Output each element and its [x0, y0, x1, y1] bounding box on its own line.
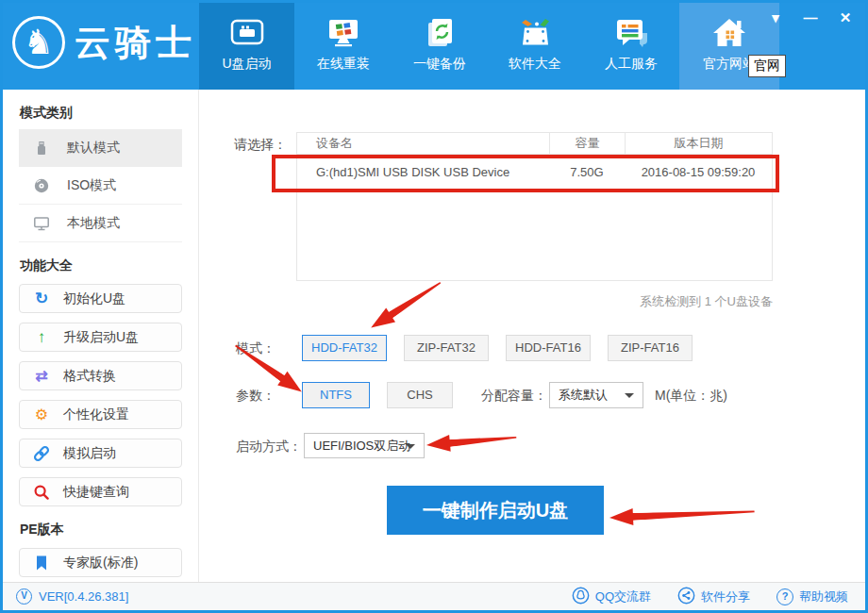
mode-option-hdd-fat16[interactable]: HDD-FAT16 [506, 335, 591, 361]
nav-online-reinstall[interactable]: 在线重装 [294, 3, 392, 90]
sidebar-button-label: 升级启动U盘 [63, 329, 139, 346]
chevron-down-icon [625, 393, 634, 398]
nav-label: 在线重装 [317, 56, 370, 73]
chat-service-icon [612, 14, 650, 52]
sidebar-button-hotkey-query[interactable]: 快捷键查询 [19, 477, 182, 506]
help-video-link[interactable]: ? 帮助视频 [776, 587, 848, 607]
version-date-cell: 2016-08-15 09:59:20 [625, 155, 772, 191]
status-link-label: 软件分享 [701, 588, 750, 605]
app-header: ♞ 云骑士 U盘启动 [3, 3, 865, 90]
device-table-header: 设备名 容量 版本日期 [297, 133, 772, 155]
sidebar-item-label: 默认模式 [67, 140, 120, 157]
header-nav: U盘启动 在线重装 [199, 3, 779, 90]
sidebar-button-init-usb[interactable]: ↻ 初始化U盘 [19, 284, 182, 313]
mode-option-zip-fat32[interactable]: ZIP-FAT32 [404, 335, 489, 361]
sidebar-item-label: 本地模式 [67, 215, 120, 232]
make-usb-button[interactable]: 一键制作启动U盘 [387, 486, 604, 535]
param-option-chs[interactable]: CHS [387, 382, 453, 408]
mode-option-zip-fat16[interactable]: ZIP-FAT16 [608, 335, 693, 361]
nav-label: U盘启动 [222, 56, 271, 73]
up-arrow-icon: ↑ [32, 328, 51, 347]
official-site-tooltip: 官网 [748, 55, 786, 77]
mode-label: 模式： [236, 340, 275, 357]
knight-logo-icon: ♞ [12, 16, 65, 69]
pe-section-title: PE版本 [20, 522, 198, 538]
detect-status-text: 系统检测到 1 个U盘设备 [296, 293, 773, 310]
sidebar-item-default-mode[interactable]: 默认模式 [19, 129, 182, 167]
boot-mode-select[interactable]: UEFI/BIOS双启动 [304, 433, 425, 458]
status-link-label: 帮助视频 [799, 588, 848, 605]
sidebar-button-personalize[interactable]: ⚙ 个性化设置 [19, 400, 182, 429]
bookmark-icon [32, 555, 51, 572]
refresh-icon: ↻ [32, 289, 51, 308]
monitor-windows-icon [325, 14, 362, 52]
sidebar-button-expert-pe[interactable]: 专家版(标准) [19, 548, 182, 577]
disc-icon [32, 177, 51, 194]
gear-icon: ⚙ [32, 406, 51, 423]
usb-drive-icon [228, 14, 266, 52]
window-controls: ▾ — ✕ [765, 8, 856, 27]
allocate-capacity-label: 分配容量： [481, 388, 547, 405]
nav-label: 人工服务 [605, 56, 658, 73]
sidebar-button-label: 模拟启动 [63, 445, 116, 462]
nav-label: 一键备份 [413, 56, 466, 73]
capacity-cell: 7.50G [549, 155, 625, 191]
sidebar-item-iso-mode[interactable]: ISO模式 [19, 167, 182, 205]
mode-option-hdd-fat32[interactable]: HDD-FAT32 [302, 335, 387, 361]
nav-backup[interactable]: 一键备份 [392, 3, 487, 90]
sidebar-button-upgrade-usb[interactable]: ↑ 升级启动U盘 [19, 323, 182, 352]
main-panel: 请选择： 设备名 容量 版本日期 G:(hd1)SMI USB DISK USB… [200, 90, 865, 582]
device-table-row[interactable]: G:(hd1)SMI USB DISK USB Device 7.50G 201… [297, 155, 772, 191]
column-capacity: 容量 [549, 133, 625, 154]
allocate-capacity-select[interactable]: 系统默认 [549, 382, 643, 408]
sidebar-button-label: 初始化U盘 [63, 290, 125, 307]
share-icon [677, 587, 695, 607]
param-option-ntfs[interactable]: NTFS [302, 382, 370, 408]
nav-usb-boot[interactable]: U盘启动 [199, 3, 294, 90]
feature-section-title: 功能大全 [20, 257, 198, 274]
select-device-label: 请选择： [234, 137, 287, 154]
sidebar-button-label: 个性化设置 [63, 406, 129, 423]
knight-glyph: ♞ [24, 25, 54, 59]
sidebar-button-label: 格式转换 [63, 368, 116, 385]
sidebar-button-label: 专家版(标准) [63, 555, 138, 572]
mode-list: 默认模式 ISO模式 [3, 129, 198, 242]
nav-support[interactable]: 人工服务 [583, 3, 679, 90]
app-window: ♞ 云骑士 U盘启动 [0, 0, 868, 613]
sidebar: 模式类别 默认模式 [3, 90, 199, 582]
sidebar-item-label: ISO模式 [67, 177, 116, 194]
close-button[interactable]: ✕ [835, 8, 856, 27]
app-logo: ♞ 云骑士 [12, 16, 196, 69]
column-version-date: 版本日期 [625, 133, 772, 154]
device-table: 设备名 容量 版本日期 G:(hd1)SMI USB DISK USB Devi… [296, 132, 773, 281]
logo-title: 云骑士 [75, 19, 196, 67]
nav-label: 软件大全 [509, 56, 561, 73]
window-menu-button[interactable]: ▾ [765, 8, 786, 27]
home-icon [710, 14, 748, 52]
question-icon: ? [776, 588, 793, 605]
search-icon [32, 484, 51, 501]
minimize-button[interactable]: — [800, 8, 821, 27]
version-text: VER[0.4.26.381] [39, 589, 128, 604]
qq-group-link[interactable]: QQ交流群 [572, 587, 651, 607]
monitor-icon [32, 215, 51, 232]
sidebar-item-local-mode[interactable]: 本地模式 [19, 205, 182, 242]
link-icon [32, 445, 51, 462]
mode-section-title: 模式类别 [20, 105, 198, 122]
sidebar-button-format-convert[interactable]: ⇄ 格式转换 [19, 361, 182, 390]
swap-arrows-icon: ⇄ [32, 367, 51, 385]
boot-mode-value: UEFI/BIOS双启动 [313, 438, 410, 455]
status-links: QQ交流群 软件分享 ? 帮助视频 [572, 587, 848, 607]
device-name-cell: G:(hd1)SMI USB DISK USB Device [297, 155, 549, 191]
share-link[interactable]: 软件分享 [677, 587, 750, 607]
sidebar-button-simulate-boot[interactable]: 模拟启动 [19, 439, 182, 468]
qq-icon [572, 587, 590, 607]
nav-software[interactable]: 软件大全 [487, 3, 583, 90]
param-label: 参数： [236, 388, 275, 405]
boot-mode-label: 启动方式： [236, 439, 302, 456]
backup-refresh-icon [421, 14, 459, 52]
column-device-name: 设备名 [297, 133, 549, 154]
version-info: V VER[0.4.26.381] [16, 588, 128, 605]
capacity-unit-label: M(单位：兆) [655, 388, 727, 405]
software-box-icon [516, 14, 554, 52]
